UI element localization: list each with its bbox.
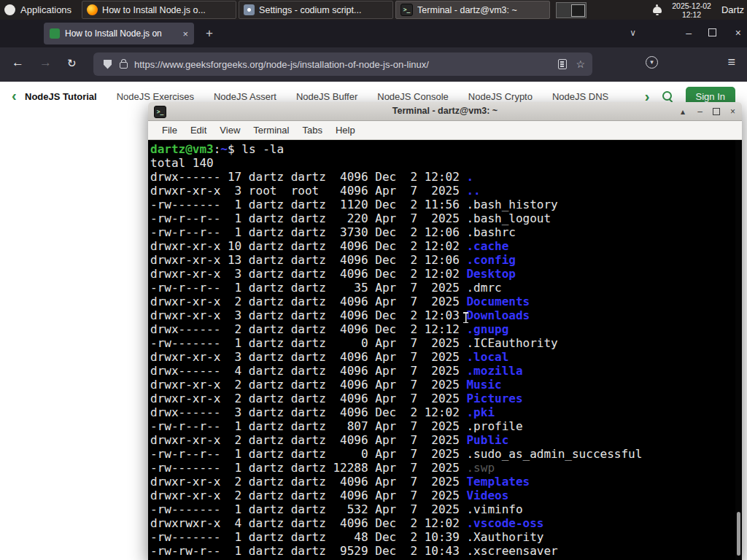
terminal-scrollbar[interactable] (735, 140, 742, 560)
menu-file[interactable]: File (155, 125, 184, 136)
file-name: Downloads (466, 308, 530, 322)
menu-tabs[interactable]: Tabs (295, 125, 328, 136)
menu-view[interactable]: View (213, 125, 247, 136)
terminal-prompt-line: dartz@vm3:~$ ls -la (150, 142, 742, 156)
window-maximize-button[interactable] (708, 26, 716, 39)
terminal-output[interactable]: dartz@vm3:~$ ls -latotal 140drwx------ 1… (148, 140, 742, 560)
new-tab-button[interactable]: + (206, 26, 213, 42)
terminal-line: drwxr-xr-x 2 dartz dartz 4096 Apr 7 2025… (150, 392, 742, 405)
file-name: .local (466, 350, 508, 364)
line-meta: drwxr-xr-x 3 dartz dartz 4096 Dec 2 12:0… (150, 267, 466, 281)
line-meta: drwxr-xr-x 10 dartz dartz 4096 Dec 2 12:… (150, 239, 466, 253)
terminal-close-button[interactable]: × (730, 106, 735, 117)
back-button[interactable]: ← (12, 55, 24, 70)
tab-close-icon[interactable]: × (182, 29, 188, 39)
menu-terminal[interactable]: Terminal (247, 125, 295, 136)
file-name: Public (466, 433, 508, 447)
nav-prev-icon[interactable]: ‹ (12, 88, 17, 103)
terminal-line: drwxr-xr-x 3 dartz dartz 4096 Dec 2 12:0… (150, 267, 742, 281)
terminal-window: >_ Terminal - dartz@vm3: ~ ▴ – × FileEdi… (148, 102, 742, 560)
terminal-shade-button[interactable]: ▴ (681, 106, 685, 117)
terminal-line: drwxr-xr-x 2 dartz dartz 4096 Apr 7 2025… (150, 378, 742, 392)
line-meta: drwxr-xr-x 3 dartz dartz 4096 Dec 2 12:0… (150, 308, 466, 322)
line-meta: drwxrwxr-x 4 dartz dartz 4096 Dec 2 12:0… (150, 516, 466, 530)
line-meta: drwxr-xr-x 2 dartz dartz 4096 Apr 7 2025 (150, 489, 466, 502)
terminal-line: drwxr-xr-x 2 dartz dartz 4096 Apr 7 2025… (150, 433, 742, 447)
nav-next-icon[interactable]: › (645, 89, 650, 104)
terminal-maximize-button[interactable] (713, 106, 720, 118)
file-name: Videos (466, 489, 508, 502)
browser-tab[interactable]: How to Install Node.js on × (44, 23, 194, 44)
line-meta: -rw-rw-r-- 1 dartz dartz 9529 Dec 2 10:4… (150, 544, 466, 558)
gfg-nav-link[interactable]: NodeJS Console (377, 91, 449, 102)
https-lock-icon[interactable] (120, 62, 128, 69)
line-meta: -rw------- 1 dartz dartz 48 Dec 2 10:39 (150, 530, 466, 544)
line-meta: drwxr-xr-x 2 dartz dartz 4096 Apr 7 2025 (150, 378, 466, 392)
line-meta: drwx------ 4 dartz dartz 4096 Apr 7 2025 (150, 364, 466, 378)
menu-edit[interactable]: Edit (184, 125, 213, 136)
file-name: .bash_logout (466, 211, 551, 225)
terminal-line: drwx------ 2 dartz dartz 4096 Dec 2 12:1… (150, 322, 742, 336)
line-meta: -rw-r--r-- 1 dartz dartz 3730 Dec 2 12:0… (150, 225, 466, 239)
file-name: Desktop (466, 267, 515, 281)
terminal-line: -rw-rw-r-- 1 dartz dartz 9529 Dec 2 10:4… (150, 544, 742, 558)
settings-icon (244, 4, 255, 15)
list-all-tabs-icon[interactable]: ∨ (630, 28, 636, 38)
applications-menu-icon (4, 4, 15, 15)
line-meta: drwxr-xr-x 2 dartz dartz 4096 Apr 7 2025 (150, 475, 466, 489)
terminal-line: drwxr-xr-x 13 dartz dartz 4096 Dec 2 12:… (150, 253, 742, 267)
taskbar-button[interactable]: >_Terminal - dartz@vm3: ~ (395, 1, 550, 19)
taskbar: How to Install Node.js o...Settings - co… (82, 0, 552, 20)
terminal-minimize-button[interactable]: – (697, 106, 703, 117)
forward-button[interactable]: → (39, 55, 52, 70)
site-favicon (50, 28, 60, 39)
window-close-button[interactable]: × (735, 26, 741, 39)
file-name: .vscode-oss (466, 516, 543, 530)
notification-bell-icon[interactable] (653, 7, 662, 13)
scrollbar-thumb[interactable] (737, 512, 740, 556)
file-name: .viminfo (466, 502, 522, 516)
applications-menu[interactable]: Applications (0, 0, 79, 20)
taskbar-button[interactable]: Settings - codium script... (239, 1, 393, 19)
file-name: .sudo_as_admin_successful (466, 447, 642, 461)
reader-mode-icon[interactable] (558, 59, 567, 69)
gfg-nav-link[interactable]: NodeJS Assert (214, 91, 276, 102)
terminal-title: Terminal - dartz@vm3: ~ (148, 106, 742, 116)
window-minimize-button[interactable]: – (686, 26, 692, 39)
search-icon[interactable] (662, 90, 674, 103)
url-bar[interactable]: https://www.geeksforgeeks.org/node-js/in… (93, 52, 592, 76)
gfg-nav-link[interactable]: NodeJS Exercises (117, 91, 194, 102)
line-meta: drwxr-xr-x 3 root root 4096 Apr 7 2025 (150, 184, 466, 198)
terminal-line: -rw-r--r-- 1 dartz dartz 0 Apr 7 2025 .s… (150, 447, 742, 461)
gfg-nav-link[interactable]: NodeJS Crypto (468, 91, 533, 102)
gfg-nav-link[interactable]: NodeJS Tutorial (25, 91, 97, 102)
terminal-line: drwxr-xr-x 10 dartz dartz 4096 Dec 2 12:… (150, 239, 742, 253)
terminal-line: -rw------- 1 dartz dartz 0 Apr 7 2025 .I… (150, 336, 742, 350)
terminal-titlebar[interactable]: >_ Terminal - dartz@vm3: ~ ▴ – × (148, 102, 742, 121)
line-meta: -rw-r--r-- 1 dartz dartz 220 Apr 7 2025 (150, 211, 466, 225)
panel-user-label[interactable]: Dartz (721, 4, 744, 15)
line-meta: drwxr-xr-x 13 dartz dartz 4096 Dec 2 12:… (150, 253, 466, 267)
workspace-pager[interactable] (556, 2, 587, 18)
hamburger-menu-icon[interactable]: ≡ (727, 55, 735, 70)
gfg-nav-link[interactable]: NodeJS Buffer (296, 91, 357, 102)
clock-date: 2025-12-02 (672, 1, 711, 10)
panel-clock[interactable]: 2025-12-02 12:12 (672, 1, 711, 19)
taskbar-button[interactable]: How to Install Node.js o... (82, 1, 236, 19)
prompt-separator: : (214, 142, 221, 156)
taskbar-button-label: Settings - codium script... (259, 5, 361, 15)
workspace-pager-window (571, 4, 585, 17)
gfg-nav-link[interactable]: NodeJS DNS (552, 91, 608, 102)
tracking-protection-shield-icon[interactable] (104, 60, 112, 69)
file-name: .swp (466, 461, 495, 475)
line-meta: -rw------- 1 dartz dartz 1120 Dec 2 11:5… (150, 198, 466, 211)
bookmark-star-icon[interactable]: ☆ (576, 58, 585, 70)
terminal-line: drwxr-xr-x 3 dartz dartz 4096 Dec 2 12:0… (150, 308, 742, 322)
terminal-line: drwxr-xr-x 3 root root 4096 Apr 7 2025 .… (150, 184, 742, 198)
reload-button[interactable]: ↻ (67, 57, 77, 70)
file-name: .config (466, 253, 515, 267)
terminal-line: -rw------- 1 dartz dartz 1120 Dec 2 11:5… (150, 198, 742, 211)
menu-help[interactable]: Help (329, 125, 362, 136)
file-name: Music (466, 378, 501, 392)
pocket-icon[interactable]: ▾ (646, 56, 658, 69)
